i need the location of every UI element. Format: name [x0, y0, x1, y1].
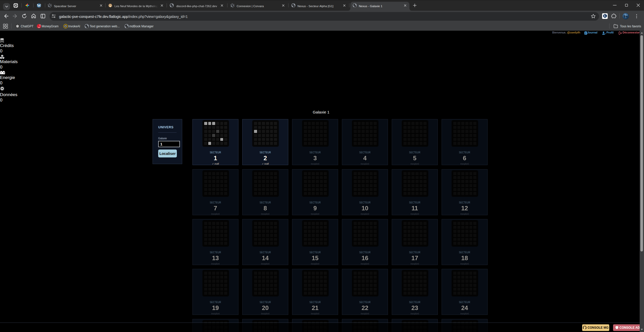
- svg-text:W: W: [37, 3, 41, 8]
